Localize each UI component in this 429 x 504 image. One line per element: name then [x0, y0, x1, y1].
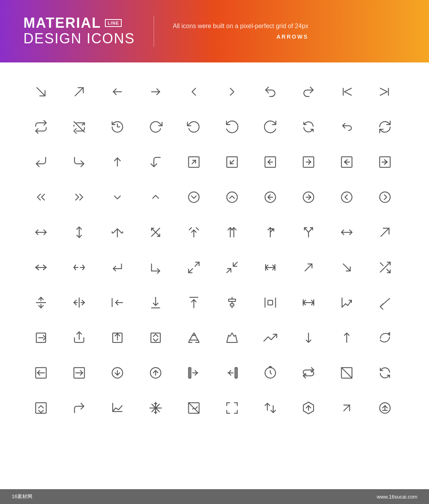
icon-enter-key[interactable] [100, 250, 135, 285]
icon-corner-left-down[interactable] [138, 144, 173, 180]
icon-arrow-down-right[interactable] [23, 74, 58, 109]
icon-arrows-separate-horizontal[interactable] [62, 285, 97, 320]
icon-arrow-up-right[interactable] [62, 74, 97, 109]
icon-redo[interactable] [291, 74, 326, 109]
icon-sync-box[interactable] [367, 355, 402, 390]
icon-swap-box[interactable] [138, 320, 173, 355]
icon-arrow-to-bottom[interactable] [138, 285, 173, 320]
icon-sort-box[interactable] [23, 390, 58, 426]
icon-arrow-top-right-diagonal[interactable] [367, 215, 402, 250]
icon-rotate-box[interactable] [23, 320, 58, 355]
icon-arrow-right-double[interactable] [62, 180, 97, 215]
icon-subdirectory-right[interactable] [138, 250, 173, 285]
icon-circle-arrow-right2[interactable] [367, 180, 402, 215]
icon-box-arrow-right2[interactable] [367, 144, 402, 180]
icon-arrow-up-right-circle[interactable] [329, 390, 364, 426]
icon-recycle[interactable] [176, 320, 211, 355]
icon-circle-chevron-up[interactable] [214, 180, 250, 215]
icon-trending-chart[interactable] [100, 390, 135, 426]
icon-rotate-ccw[interactable] [214, 109, 250, 144]
icon-shuffle[interactable] [367, 250, 402, 285]
icon-box-arrow-left[interactable] [253, 144, 288, 180]
icon-circle-arrow-right[interactable] [291, 180, 326, 215]
icon-corner-down-left[interactable] [23, 144, 58, 180]
icon-rotate-cw[interactable] [253, 109, 288, 144]
icon-corner-up-right[interactable] [62, 390, 97, 426]
icon-arrow-left[interactable] [100, 74, 135, 109]
icon-corner-down-right[interactable] [62, 144, 97, 180]
icon-loop[interactable] [291, 355, 326, 390]
icon-expand[interactable] [176, 250, 211, 285]
icon-arrow-fork[interactable] [176, 215, 211, 250]
icon-exit-box[interactable] [214, 355, 250, 390]
icon-skip-end[interactable] [367, 74, 402, 109]
icon-arrow-down[interactable] [291, 320, 326, 355]
icon-repeat-off[interactable] [62, 109, 97, 144]
icon-arrow-to-left[interactable] [100, 285, 135, 320]
icon-broken-image[interactable] [176, 390, 211, 426]
icon-refresh-cw[interactable] [138, 109, 173, 144]
icon-arrow-up-circle[interactable] [100, 144, 135, 180]
icon-hexagon-up[interactable] [291, 390, 326, 426]
icon-arrow-right[interactable] [138, 74, 173, 109]
icon-log-out-box[interactable] [62, 355, 97, 390]
icon-fullscreen[interactable] [214, 390, 250, 426]
icon-arrow-merge[interactable] [291, 215, 326, 250]
icon-align-center-horiz[interactable] [214, 285, 250, 320]
icon-chevron-right[interactable] [214, 74, 250, 109]
icon-arrows-separate-vertical[interactable] [23, 285, 58, 320]
icon-rotate-refresh[interactable] [367, 320, 402, 355]
icon-box-arrow-left2[interactable] [329, 144, 364, 180]
icon-arrow-diagonal-down[interactable] [329, 250, 364, 285]
icon-arrows-up-double[interactable] [214, 215, 250, 250]
icon-box-arrow-right[interactable] [291, 144, 326, 180]
icon-arrows-cross[interactable] [138, 215, 173, 250]
icon-arrow-diagonal[interactable] [291, 250, 326, 285]
icon-circle-upload[interactable] [367, 390, 402, 426]
icon-refresh-alt[interactable] [291, 109, 326, 144]
icon-compress[interactable] [214, 250, 250, 285]
icon-circle-arrow-left[interactable] [253, 180, 288, 215]
icon-refresh-ccw[interactable] [176, 109, 211, 144]
icon-arrows-horizontal[interactable] [23, 215, 58, 250]
icon-arrows-fit-horizontal[interactable] [291, 285, 326, 320]
icon-repeat[interactable] [23, 109, 58, 144]
icon-undo[interactable] [253, 74, 288, 109]
icon-skip-start[interactable] [329, 74, 364, 109]
icon-power-refresh[interactable] [253, 355, 288, 390]
icon-circle-arrow-up[interactable] [138, 355, 173, 390]
icon-chevron-up-small[interactable] [138, 180, 173, 215]
icon-distribute-horizontal[interactable] [253, 285, 288, 320]
icon-circle-arrow-down[interactable] [100, 355, 135, 390]
icon-enter-box[interactable] [176, 355, 211, 390]
icon-ban-slash[interactable] [329, 355, 364, 390]
icon-chart-up[interactable] [329, 285, 364, 320]
icon-arrow-up-branch[interactable] [253, 215, 288, 250]
icon-recycle-alt[interactable] [214, 320, 250, 355]
icon-sync-alt[interactable] [367, 109, 402, 144]
icon-arrow-up[interactable] [329, 320, 364, 355]
icon-share-box[interactable] [62, 320, 97, 355]
icon-return-down[interactable] [329, 109, 364, 144]
icon-arrow-split-up[interactable] [100, 215, 135, 250]
icon-arrows-merge-horizontal[interactable] [62, 250, 97, 285]
icon-chevron-left[interactable] [176, 74, 211, 109]
icon-arrow-left-double[interactable] [23, 180, 58, 215]
icon-history[interactable] [100, 109, 135, 144]
icon-circle-arrow-left2[interactable] [329, 180, 364, 215]
icon-trending-up[interactable] [253, 320, 288, 355]
icon-arrow-both-ends[interactable] [329, 215, 364, 250]
icon-arrows-vertical[interactable] [62, 215, 97, 250]
icon-arrow-return-left[interactable] [367, 285, 402, 320]
icon-arrows-horizontal-expand[interactable] [253, 250, 288, 285]
icon-swap-horiz[interactable] [253, 390, 288, 426]
icon-arrows-left-right[interactable] [23, 250, 58, 285]
icon-circle-chevron-down[interactable] [176, 180, 211, 215]
icon-arrow-to-top[interactable] [176, 285, 211, 320]
icon-log-in-box[interactable] [23, 355, 58, 390]
icon-chevron-down-small[interactable] [100, 180, 135, 215]
icon-snowflake[interactable] [138, 390, 173, 426]
icon-box-arrow-up-right[interactable] [176, 144, 211, 180]
icon-upload-box[interactable] [100, 320, 135, 355]
icon-box-arrow-down-left[interactable] [214, 144, 250, 180]
